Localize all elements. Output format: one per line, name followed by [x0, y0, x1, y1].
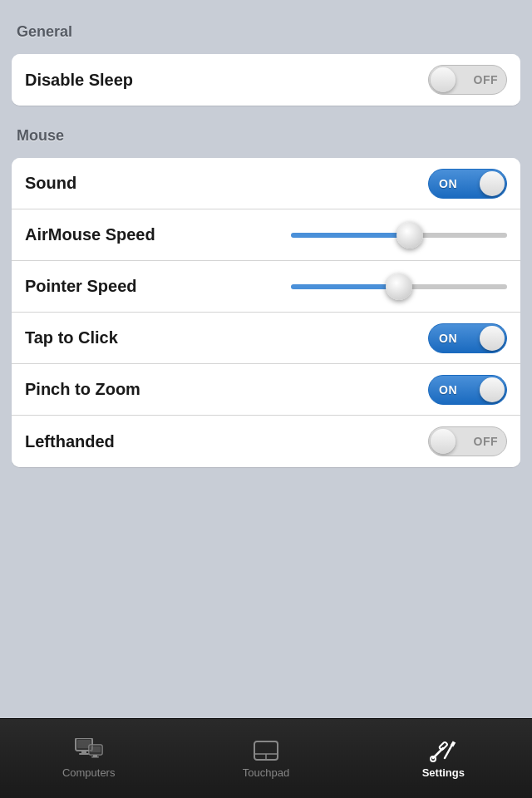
pointer-speed-label: Pointer Speed [25, 277, 136, 296]
pointer-slider-thumb [386, 273, 412, 300]
pinch-to-zoom-knob [480, 377, 505, 402]
tab-computers-label: Computers [62, 766, 116, 779]
tap-to-click-label: Tap to Click [25, 328, 118, 347]
disable-sleep-toggle-text: OFF [474, 73, 499, 86]
tap-to-click-knob [480, 326, 505, 351]
settings-icon [428, 738, 458, 763]
airmouse-slider-thumb [397, 222, 423, 249]
sound-toggle[interactable]: ON [428, 169, 507, 199]
svg-rect-4 [79, 753, 89, 755]
airmouse-speed-row: AirMouse Speed [12, 209, 520, 261]
mouse-settings-group: Sound ON AirMouse Speed Pointer Speed [12, 158, 520, 467]
pointer-slider-track [291, 284, 507, 289]
sound-label: Sound [25, 174, 76, 193]
tab-computers[interactable]: Computers [0, 719, 177, 798]
tab-touchpad[interactable]: Touchpad [177, 719, 354, 798]
svg-rect-8 [93, 755, 97, 756]
tap-to-click-toggle[interactable]: ON [428, 323, 507, 353]
general-section-header: General [0, 17, 532, 47]
content-area: General Disable Sleep OFF Mouse Sound ON… [0, 0, 532, 718]
tab-touchpad-label: Touchpad [243, 766, 289, 779]
tap-to-click-toggle-text: ON [439, 332, 457, 345]
sound-row: Sound ON [12, 158, 520, 209]
airmouse-speed-slider[interactable] [291, 220, 507, 250]
lefthanded-row: Lefthanded OFF [12, 416, 520, 467]
tab-bar: Computers Touchpad [0, 718, 532, 798]
pinch-to-zoom-toggle-text: ON [439, 383, 457, 397]
pointer-speed-slider[interactable] [291, 272, 507, 302]
sound-toggle-knob [480, 171, 505, 196]
disable-sleep-row: Disable Sleep OFF [12, 54, 520, 106]
pinch-to-zoom-toggle[interactable]: ON [428, 375, 507, 405]
general-settings-group: Disable Sleep OFF [12, 54, 520, 106]
pinch-to-zoom-row: Pinch to Zoom ON [12, 364, 520, 416]
tab-settings[interactable]: Settings [355, 719, 532, 798]
svg-rect-3 [81, 751, 86, 753]
airmouse-speed-label: AirMouse Speed [25, 225, 155, 244]
airmouse-slider-track [291, 233, 507, 238]
disable-sleep-toggle[interactable]: OFF [428, 65, 507, 95]
lefthanded-label: Lefthanded [25, 432, 115, 451]
pointer-speed-row: Pointer Speed [12, 261, 520, 313]
tap-to-click-row: Tap to Click ON [12, 313, 520, 364]
svg-rect-15 [439, 741, 448, 751]
pinch-to-zoom-label: Pinch to Zoom [25, 380, 140, 399]
tab-settings-label: Settings [422, 766, 465, 779]
lefthanded-toggle-text: OFF [474, 435, 499, 448]
lefthanded-toggle[interactable]: OFF [428, 426, 507, 456]
mouse-section-header: Mouse [0, 121, 532, 151]
disable-sleep-label: Disable Sleep [25, 71, 133, 90]
sound-toggle-text: ON [439, 177, 457, 190]
touchpad-icon [251, 738, 281, 763]
svg-rect-9 [91, 756, 99, 758]
svg-rect-7 [91, 746, 101, 752]
computers-icon [74, 738, 104, 763]
